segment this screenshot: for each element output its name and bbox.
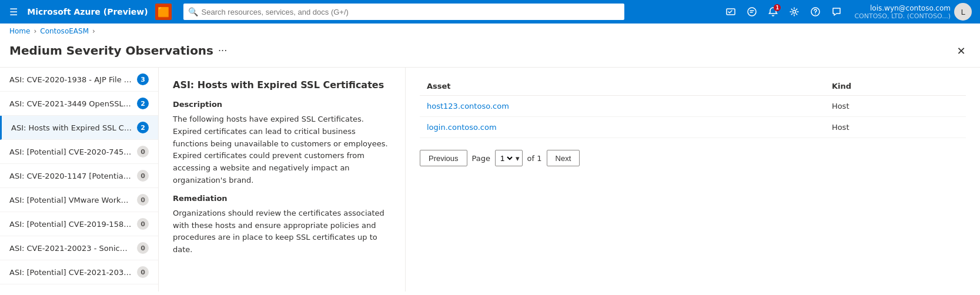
sidebar-item-text-1: ASI: CVE-2021-3449 OpenSSL De... <box>9 99 137 108</box>
app-title: Microsoft Azure (Preview) <box>27 7 148 16</box>
next-button[interactable]: Next <box>547 150 580 166</box>
search-input[interactable] <box>202 8 620 16</box>
sidebar-item-5[interactable]: ASI: [Potential] VMware Workspac...0 <box>0 188 158 212</box>
sidebar-item-1[interactable]: ASI: CVE-2021-3449 OpenSSL De...2 <box>0 92 158 116</box>
sidebar-item-text-0: ASI: CVE-2020-1938 - AJP File Re... <box>9 75 137 84</box>
user-email: lois.wyn@contoso.com <box>870 4 951 12</box>
notification-badge: 1 <box>774 4 781 11</box>
sidebar-badge-5: 0 <box>137 194 149 206</box>
asset-link-1[interactable]: login.contoso.com <box>427 123 497 132</box>
description-heading: Description <box>173 100 391 109</box>
sidebar: ASI: CVE-2020-1938 - AJP File Re...3ASI:… <box>0 68 159 291</box>
table-row[interactable]: host123.contoso.comHost <box>420 96 966 117</box>
user-menu[interactable]: lois.wyn@contoso.com CONTOSO, LTD. (CONT… <box>851 3 975 21</box>
page-label: Page <box>472 154 490 163</box>
asset-link-0[interactable]: host123.contoso.com <box>427 102 509 110</box>
breadcrumb-contoso[interactable]: ContosoEASM <box>40 27 89 35</box>
kind-cell-1: Host <box>825 117 966 138</box>
sidebar-badge-8: 0 <box>137 266 149 278</box>
feedback-button[interactable] <box>742 2 761 21</box>
detail-title: ASI: Hosts with Expired SSL Certificates <box>173 79 391 90</box>
hamburger-menu-button[interactable]: ☰ <box>5 4 22 20</box>
assets-table: Asset Kind host123.contoso.comHostlogin.… <box>420 77 966 138</box>
sidebar-item-text-2: ASI: Hosts with Expired SSL Certifi... <box>11 123 137 132</box>
close-button[interactable]: ✕ <box>952 41 971 60</box>
svg-point-2 <box>793 11 796 14</box>
sidebar-item-text-4: ASI: CVE-2020-1147 [Potential] .N... <box>9 172 137 180</box>
chevron-down-icon: ▾ <box>516 154 520 163</box>
user-info: lois.wyn@contoso.com CONTOSO, LTD. (CONT… <box>854 4 951 20</box>
sidebar-item-3[interactable]: ASI: [Potential] CVE-2020-7454 - ...0 <box>0 140 158 164</box>
sidebar-item-text-6: ASI: [Potential] CVE-2019-15880 - ... <box>9 220 137 229</box>
cloud-shell-button[interactable] <box>721 2 740 21</box>
sidebar-item-0[interactable]: ASI: CVE-2020-1938 - AJP File Re...3 <box>0 68 158 92</box>
sidebar-item-8[interactable]: ASI: [Potential] CVE-2021-20399 - ...0 <box>0 260 158 284</box>
sidebar-item-text-3: ASI: [Potential] CVE-2020-7454 - ... <box>9 148 137 156</box>
breadcrumb-home[interactable]: Home <box>9 27 30 35</box>
sidebar-badge-6: 0 <box>137 218 149 230</box>
remediation-text: Organizations should review the certific… <box>173 207 391 256</box>
page-select[interactable]: 1 ▾ <box>495 150 523 166</box>
sidebar-badge-0: 3 <box>137 73 149 85</box>
user-org: CONTOSO, LTD. (CONTOSO...) <box>854 12 951 20</box>
breadcrumb-separator-2: › <box>92 27 95 35</box>
chat-button[interactable] <box>827 2 846 21</box>
page-header: Medium Severity Observations ··· ✕ <box>0 39 980 67</box>
sidebar-item-4[interactable]: ASI: CVE-2020-1147 [Potential] .N...0 <box>0 164 158 188</box>
sidebar-badge-3: 0 <box>137 146 149 157</box>
search-icon: 🔍 <box>188 7 198 16</box>
sidebar-item-text-7: ASI: CVE-2021-20023 - SonicWall ... <box>9 244 137 253</box>
breadcrumb: Home › ContosoEASM › <box>0 24 980 39</box>
search-box[interactable]: 🔍 <box>183 4 624 20</box>
sidebar-item-2[interactable]: ASI: Hosts with Expired SSL Certifi...2 <box>0 116 158 140</box>
svg-point-1 <box>748 8 756 16</box>
column-asset: Asset <box>420 77 825 96</box>
sidebar-item-text-5: ASI: [Potential] VMware Workspac... <box>9 196 137 205</box>
remediation-heading: Remediation <box>173 194 391 203</box>
top-navigation: ☰ Microsoft Azure (Preview) 🟧 🔍 1 lois.w… <box>0 0 980 24</box>
pagination: Previous Page 1 ▾ of 1 Next <box>420 148 966 169</box>
column-kind: Kind <box>825 77 966 96</box>
notification-button[interactable]: 1 <box>764 2 782 21</box>
kind-cell-0: Host <box>825 96 966 117</box>
page-menu-button[interactable]: ··· <box>218 45 227 56</box>
settings-button[interactable] <box>785 2 804 21</box>
sidebar-item-6[interactable]: ASI: [Potential] CVE-2019-15880 - ...0 <box>0 212 158 236</box>
page-number-select[interactable]: 1 <box>498 153 514 163</box>
sidebar-item-text-8: ASI: [Potential] CVE-2021-20399 - ... <box>9 268 137 277</box>
avatar: L <box>954 3 972 21</box>
detail-panel: ASI: Hosts with Expired SSL Certificates… <box>159 68 406 291</box>
help-button[interactable] <box>806 2 825 21</box>
content-area: ASI: Hosts with Expired SSL Certificates… <box>159 68 980 291</box>
table-row[interactable]: login.contoso.comHost <box>420 117 966 138</box>
sidebar-badge-2: 2 <box>137 122 149 133</box>
svg-point-4 <box>815 14 817 15</box>
app-icon: 🟧 <box>155 4 172 20</box>
of-label: of 1 <box>527 154 542 163</box>
sidebar-badge-4: 0 <box>137 170 149 182</box>
page-title: Medium Severity Observations <box>9 43 213 58</box>
table-panel: Asset Kind host123.contoso.comHostlogin.… <box>406 68 980 291</box>
nav-actions: 1 <box>721 2 846 21</box>
description-text: The following hosts have expired SSL Cer… <box>173 113 391 187</box>
sidebar-item-7[interactable]: ASI: CVE-2021-20023 - SonicWall ...0 <box>0 236 158 260</box>
sidebar-badge-1: 2 <box>137 98 149 109</box>
breadcrumb-separator-1: › <box>34 27 36 35</box>
orange-icon: 🟧 <box>158 6 169 18</box>
main-layout: ASI: CVE-2020-1938 - AJP File Re...3ASI:… <box>0 67 980 291</box>
sidebar-badge-7: 0 <box>137 242 149 254</box>
previous-button[interactable]: Previous <box>420 150 467 166</box>
